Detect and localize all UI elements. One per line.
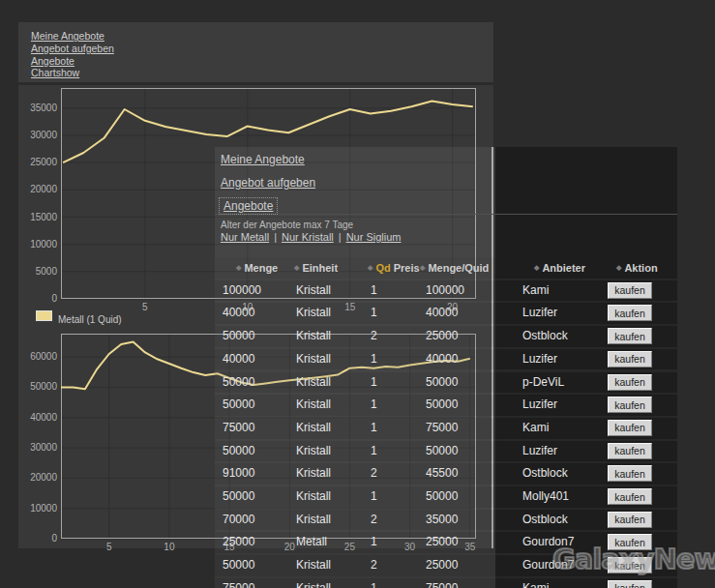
kaufen-button[interactable]: kaufen	[608, 374, 652, 391]
einheit-cell: Kristall	[296, 441, 331, 462]
preis-cell: 1	[371, 578, 377, 588]
kaufen-button[interactable]: kaufen	[608, 580, 652, 588]
anbieter-cell: Ostblock	[522, 326, 568, 347]
preis-cell: 1	[371, 486, 377, 508]
menge-cell: 40000	[223, 349, 254, 370]
preis-cell: 1	[371, 532, 377, 553]
y-axis-label: 10000	[9, 239, 57, 250]
einheit-cell: Kristall	[296, 326, 331, 347]
einheit-cell: Kristall	[296, 510, 331, 531]
kaufen-button[interactable]: kaufen	[608, 512, 652, 528]
x-axis-label: 10	[150, 542, 189, 552]
column-header-preis[interactable]: ◆Qd Preis	[368, 257, 420, 279]
kaufen-button[interactable]: kaufen	[608, 420, 652, 436]
anbieter-cell: Luzifer	[522, 303, 557, 324]
y-axis-label: 0	[9, 533, 57, 544]
x-axis-label: 5	[90, 542, 129, 552]
preis-cell: 1	[371, 280, 377, 302]
y-axis-label: 10000	[9, 503, 57, 514]
menge-quid-cell: 100000	[426, 280, 464, 302]
menge-quid-cell: 25000	[426, 326, 458, 347]
kaufen-button[interactable]: kaufen	[608, 328, 652, 344]
filter-separator: |	[274, 231, 277, 243]
anbieter-cell: Kami	[522, 578, 549, 588]
column-header-aktion[interactable]: ◆Aktion	[616, 257, 658, 279]
header-label: Anbieter	[542, 262, 585, 274]
kaufen-button[interactable]: kaufen	[608, 351, 652, 368]
preis-cell: 1	[371, 418, 377, 439]
einheit-cell: Metall	[296, 532, 327, 553]
kaufen-button[interactable]: kaufen	[608, 443, 652, 459]
y-axis-label: 20000	[9, 472, 57, 483]
kaufen-button[interactable]: kaufen	[608, 465, 652, 482]
preis-cell: 1	[371, 303, 377, 324]
column-header-menge-quid[interactable]: ◆Menge/Quid	[420, 257, 489, 279]
kaufen-button[interactable]: kaufen	[608, 305, 652, 321]
kaufen-button[interactable]: kaufen	[608, 282, 652, 299]
menge-cell: 75000	[223, 578, 254, 588]
einheit-cell: Kristall	[296, 463, 331, 485]
y-axis-label: 15000	[9, 212, 57, 222]
sort-icon: ◆	[616, 264, 621, 271]
overlay-link-angebote[interactable]: Angebote	[219, 197, 278, 215]
sort-icon: ◆	[236, 264, 241, 271]
header-label: Einheit	[302, 262, 338, 274]
offer-row: 50000Kristall150000p-DeViLkaufen	[215, 372, 677, 394]
legend-swatch	[36, 310, 52, 321]
y-axis-label: 40000	[9, 412, 57, 423]
menge-cell: 25000	[223, 532, 254, 553]
qd-highlight: Qd	[375, 262, 390, 274]
preis-cell: 1	[371, 372, 377, 394]
overlay-link-meine-angebote[interactable]: Meine Angebote	[221, 153, 305, 166]
filter-nur-metall[interactable]: Nur Metall	[221, 231, 269, 243]
einheit-cell: Kristall	[296, 418, 331, 439]
menge-cell: 40000	[223, 303, 254, 324]
column-header-anbieter[interactable]: ◆Anbieter	[534, 257, 585, 279]
y-axis-label: 20000	[9, 184, 57, 194]
anbieter-cell: Luzifer	[522, 395, 557, 416]
menge-quid-cell: 50000	[426, 395, 458, 416]
offers-table: ◆Menge◆Einheit◆Qd Preis◆Menge/Quid◆Anbie…	[215, 0, 677, 588]
x-axis-label: 5	[126, 302, 164, 312]
offer-row: 75000Kristall175000Kamikaufen	[215, 418, 677, 439]
menge-quid-cell: 75000	[426, 578, 458, 588]
einheit-cell: Kristall	[296, 395, 331, 416]
menge-cell: 50000	[223, 555, 254, 576]
page: Meine Angebote Angebot aufgeben Angebote…	[0, 0, 715, 588]
column-header-einheit[interactable]: ◆Einheit	[294, 257, 338, 279]
preis-cell: 2	[371, 326, 377, 347]
anbieter-cell: Ostblock	[522, 463, 568, 485]
offer-row: 100000Kristall1100000Kamikaufen	[215, 280, 677, 302]
menge-cell: 50000	[223, 486, 254, 508]
offer-row: 50000Kristall225000Ostblockkaufen	[215, 326, 677, 347]
anbieter-cell: Luzifer	[522, 441, 557, 462]
offer-row: 40000Kristall140000Luziferkaufen	[215, 303, 677, 324]
offer-row: 75000Kristall175000Kamikaufen	[215, 578, 677, 588]
einheit-cell: Kristall	[296, 555, 331, 576]
menge-cell: 50000	[223, 395, 254, 416]
column-header-menge[interactable]: ◆Menge	[236, 257, 278, 279]
preis-cell: 2	[371, 555, 377, 576]
header-label: Menge/Quid	[428, 262, 489, 274]
y-axis-label: 5000	[9, 266, 57, 277]
anbieter-cell: Ostblock	[522, 510, 568, 531]
sort-icon: ◆	[534, 264, 539, 271]
filter-nur-siglium[interactable]: Nur Siglium	[346, 231, 402, 243]
menge-cell: 50000	[223, 372, 254, 394]
y-axis-label: 60000	[9, 351, 57, 362]
einheit-cell: Kristall	[296, 578, 331, 588]
einheit-cell: Kristall	[296, 372, 331, 394]
y-axis-label: 35000	[9, 103, 57, 113]
anbieter-cell: Molly401	[522, 486, 569, 508]
menge-quid-cell: 45500	[426, 463, 458, 485]
einheit-cell: Kristall	[296, 280, 331, 302]
anbieter-cell: Luzifer	[522, 349, 557, 370]
kaufen-button[interactable]: kaufen	[608, 397, 652, 413]
filter-links: Nur Metall|Nur Kristall|Nur Siglium	[221, 231, 402, 243]
anbieter-cell: Kami	[522, 280, 549, 302]
overlay-link-angebot-aufgeben[interactable]: Angebot aufgeben	[221, 176, 315, 190]
menge-quid-cell: 50000	[426, 372, 458, 394]
menge-quid-cell: 35000	[426, 510, 458, 531]
kaufen-button[interactable]: kaufen	[608, 488, 652, 505]
filter-nur-kristall[interactable]: Nur Kristall	[282, 231, 334, 243]
